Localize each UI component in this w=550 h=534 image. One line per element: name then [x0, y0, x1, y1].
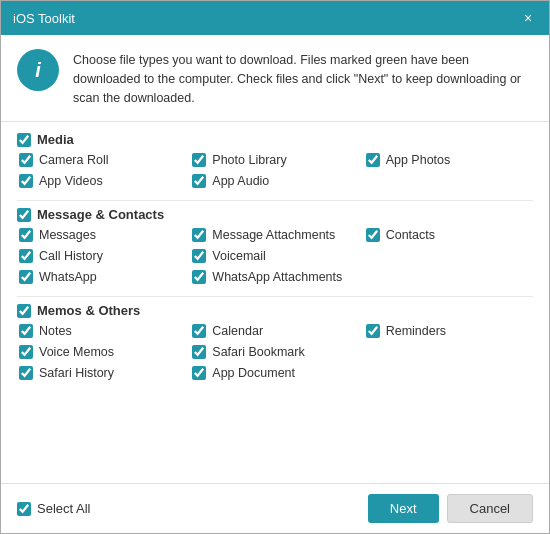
list-item: WhatsApp Attachments	[192, 268, 359, 286]
list-item: Safari Bookmark	[192, 343, 359, 361]
message-attachments-checkbox[interactable]	[192, 228, 206, 242]
voice-memos-checkbox[interactable]	[19, 345, 33, 359]
list-item: Notes	[19, 322, 186, 340]
calendar-checkbox[interactable]	[192, 324, 206, 338]
list-item: Message Attachments	[192, 226, 359, 244]
cancel-button[interactable]: Cancel	[447, 494, 533, 523]
voicemail-checkbox[interactable]	[192, 249, 206, 263]
media-checkbox[interactable]	[17, 133, 31, 147]
list-item: Calendar	[192, 322, 359, 340]
divider-2	[17, 296, 533, 297]
list-item: Contacts	[366, 226, 533, 244]
safari-bookmark-checkbox[interactable]	[192, 345, 206, 359]
photo-library-label[interactable]: Photo Library	[212, 153, 286, 167]
list-item: Messages	[19, 226, 186, 244]
message-contacts-grid: Messages Message Attachments Contacts Ca…	[17, 226, 533, 286]
whatsapp-attachments-checkbox[interactable]	[192, 270, 206, 284]
call-history-checkbox[interactable]	[19, 249, 33, 263]
footer: Select All Next Cancel	[1, 483, 549, 533]
list-item: Photo Library	[192, 151, 359, 169]
select-all-container: Select All	[17, 501, 90, 516]
notes-checkbox[interactable]	[19, 324, 33, 338]
app-audio-label[interactable]: App Audio	[212, 174, 269, 188]
footer-buttons: Next Cancel	[368, 494, 533, 523]
list-item: Call History	[19, 247, 186, 265]
info-text: Choose file types you want to download. …	[73, 49, 533, 107]
message-attachments-label[interactable]: Message Attachments	[212, 228, 335, 242]
camera-roll-label[interactable]: Camera Roll	[39, 153, 108, 167]
window-title: iOS Toolkit	[13, 11, 75, 26]
list-item: Voicemail	[192, 247, 359, 265]
voicemail-label[interactable]: Voicemail	[212, 249, 266, 263]
memos-others-header: Memos & Others	[17, 303, 533, 318]
media-items-grid: Camera Roll Photo Library App Photos App…	[17, 151, 533, 190]
list-item	[366, 343, 533, 361]
list-item: Camera Roll	[19, 151, 186, 169]
app-document-label[interactable]: App Document	[212, 366, 295, 380]
photo-library-checkbox[interactable]	[192, 153, 206, 167]
list-item: App Audio	[192, 172, 359, 190]
camera-roll-checkbox[interactable]	[19, 153, 33, 167]
media-section-header: Media	[17, 132, 533, 147]
select-all-checkbox[interactable]	[17, 502, 31, 516]
list-item	[366, 247, 533, 265]
divider-1	[17, 200, 533, 201]
memos-others-checkbox[interactable]	[17, 304, 31, 318]
messages-checkbox[interactable]	[19, 228, 33, 242]
titlebar: iOS Toolkit ×	[1, 1, 549, 35]
section-memos-others: Memos & Others Notes Calendar Reminders	[17, 303, 533, 382]
list-item: Safari History	[19, 364, 186, 382]
app-document-checkbox[interactable]	[192, 366, 206, 380]
list-item: Voice Memos	[19, 343, 186, 361]
message-contacts-label[interactable]: Message & Contacts	[37, 207, 164, 222]
info-bar: i Choose file types you want to download…	[1, 35, 549, 122]
safari-history-label[interactable]: Safari History	[39, 366, 114, 380]
memos-others-grid: Notes Calendar Reminders Voice Memos Saf…	[17, 322, 533, 382]
safari-bookmark-label[interactable]: Safari Bookmark	[212, 345, 304, 359]
app-videos-label[interactable]: App Videos	[39, 174, 103, 188]
notes-label[interactable]: Notes	[39, 324, 72, 338]
main-window: iOS Toolkit × i Choose file types you wa…	[0, 0, 550, 534]
memos-others-label[interactable]: Memos & Others	[37, 303, 140, 318]
contacts-label[interactable]: Contacts	[386, 228, 435, 242]
whatsapp-attachments-label[interactable]: WhatsApp Attachments	[212, 270, 342, 284]
call-history-label[interactable]: Call History	[39, 249, 103, 263]
reminders-checkbox[interactable]	[366, 324, 380, 338]
close-button[interactable]: ×	[519, 9, 537, 27]
media-section-label[interactable]: Media	[37, 132, 74, 147]
voice-memos-label[interactable]: Voice Memos	[39, 345, 114, 359]
list-item: App Videos	[19, 172, 186, 190]
message-contacts-header: Message & Contacts	[17, 207, 533, 222]
section-message-contacts: Message & Contacts Messages Message Atta…	[17, 207, 533, 286]
reminders-label[interactable]: Reminders	[386, 324, 446, 338]
contacts-checkbox[interactable]	[366, 228, 380, 242]
whatsapp-label[interactable]: WhatsApp	[39, 270, 97, 284]
next-button[interactable]: Next	[368, 494, 439, 523]
app-audio-checkbox[interactable]	[192, 174, 206, 188]
app-videos-checkbox[interactable]	[19, 174, 33, 188]
section-media: Media Camera Roll Photo Library App Phot…	[17, 132, 533, 190]
list-item: Reminders	[366, 322, 533, 340]
select-all-label[interactable]: Select All	[37, 501, 90, 516]
calendar-label[interactable]: Calendar	[212, 324, 263, 338]
info-icon: i	[17, 49, 59, 91]
content-area: Media Camera Roll Photo Library App Phot…	[1, 122, 549, 483]
message-contacts-checkbox[interactable]	[17, 208, 31, 222]
list-item: WhatsApp	[19, 268, 186, 286]
app-photos-label[interactable]: App Photos	[386, 153, 451, 167]
app-photos-checkbox[interactable]	[366, 153, 380, 167]
messages-label[interactable]: Messages	[39, 228, 96, 242]
list-item: App Photos	[366, 151, 533, 169]
safari-history-checkbox[interactable]	[19, 366, 33, 380]
whatsapp-checkbox[interactable]	[19, 270, 33, 284]
list-item: App Document	[192, 364, 359, 382]
